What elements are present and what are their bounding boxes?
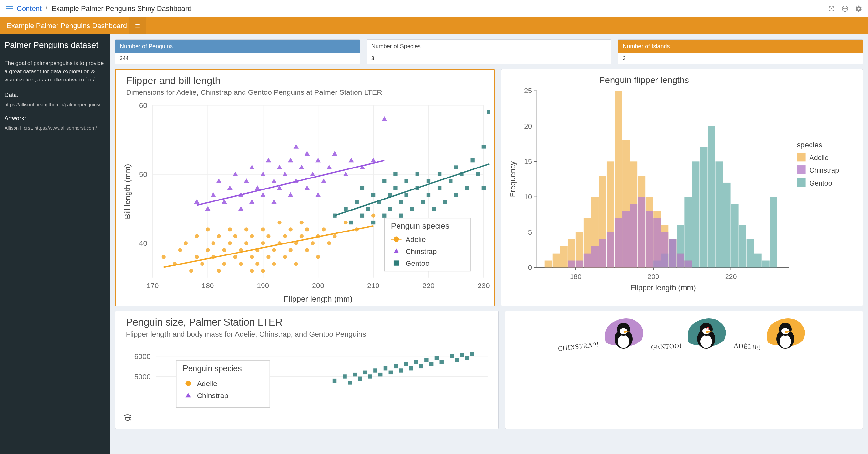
svg-point-40 — [206, 248, 210, 252]
svg-rect-149 — [404, 193, 408, 197]
valuebox-islands-title: Number of Islands — [618, 40, 863, 53]
svg-text:25: 25 — [524, 87, 532, 95]
svg-rect-140 — [382, 179, 386, 183]
topbar-actions — [828, 5, 862, 12]
svg-rect-257 — [797, 165, 806, 174]
svg-text:230: 230 — [477, 282, 490, 290]
more-icon[interactable] — [841, 5, 848, 12]
svg-point-79 — [305, 227, 309, 231]
svg-rect-204 — [553, 254, 560, 268]
svg-text:0: 0 — [528, 264, 532, 272]
breadcrumb: Content / Example Palmer Penguins Shiny … — [17, 4, 191, 13]
svg-marker-105 — [266, 158, 271, 162]
svg-text:Chinstrap: Chinstrap — [406, 247, 437, 255]
svg-point-306 — [625, 328, 626, 329]
svg-marker-123 — [332, 151, 337, 155]
fullscreen-icon[interactable] — [828, 5, 835, 12]
svg-rect-236 — [762, 261, 770, 268]
svg-rect-157 — [438, 172, 441, 176]
svg-point-32 — [162, 255, 166, 259]
breadcrumb-link[interactable]: Content — [17, 4, 42, 13]
svg-rect-290 — [455, 358, 459, 362]
penguin-illustration — [682, 313, 731, 348]
svg-point-60 — [255, 262, 259, 266]
svg-rect-161 — [454, 165, 458, 169]
svg-point-316 — [779, 335, 791, 348]
svg-rect-268 — [333, 379, 337, 382]
svg-rect-131 — [344, 207, 347, 210]
svg-rect-133 — [355, 200, 359, 204]
svg-text:220: 220 — [423, 282, 435, 290]
svg-rect-255 — [797, 153, 806, 161]
svg-point-296 — [185, 380, 191, 386]
sidebar-toggle-button[interactable] — [129, 18, 146, 34]
svg-rect-245 — [622, 211, 630, 267]
svg-rect-234 — [747, 239, 754, 267]
sidebar-data-label: Data: — [4, 92, 105, 98]
artwork-label: GENTOO! — [651, 342, 682, 351]
svg-rect-144 — [393, 186, 397, 190]
sidebar-artwork-credit: Allison Horst, https://www.allisonhorst.… — [4, 125, 105, 131]
svg-rect-250 — [661, 232, 669, 267]
svg-point-72 — [289, 227, 292, 231]
svg-point-51 — [234, 234, 237, 238]
svg-text:10: 10 — [524, 193, 532, 201]
artwork-box: CHINSTRAP!GENTOO!ADÉLIE! — [505, 311, 863, 429]
svg-rect-132 — [349, 221, 353, 224]
svg-rect-289 — [450, 354, 454, 358]
sidebar-artwork-url[interactable]: https://www.allisonhorst.com/ — [35, 125, 97, 131]
svg-rect-242 — [599, 239, 607, 267]
svg-marker-127 — [371, 158, 376, 162]
svg-text:20: 20 — [524, 122, 532, 130]
appbar-title: Example Palmer Penguins Dashboard — [0, 22, 129, 30]
svg-text:Adelie: Adelie — [406, 235, 426, 244]
svg-marker-120 — [315, 192, 321, 197]
sidebar-artwork-label: Artwork: — [4, 115, 105, 122]
svg-rect-233 — [739, 225, 746, 267]
gear-icon[interactable] — [855, 5, 862, 12]
svg-point-66 — [272, 248, 276, 252]
svg-marker-99 — [244, 178, 249, 183]
svg-rect-288 — [440, 360, 444, 364]
svg-marker-91 — [205, 206, 210, 210]
svg-point-84 — [327, 241, 331, 245]
svg-rect-232 — [731, 204, 739, 268]
svg-rect-287 — [435, 356, 438, 360]
svg-text:Adelie: Adelie — [810, 154, 829, 162]
svg-rect-164 — [465, 186, 469, 190]
svg-marker-118 — [310, 172, 315, 176]
svg-rect-228 — [700, 147, 708, 268]
artwork-label: CHINSTRAP! — [558, 341, 600, 352]
menu-icon[interactable] — [6, 6, 13, 11]
svg-marker-108 — [277, 165, 282, 169]
svg-text:180: 180 — [202, 282, 214, 290]
svg-point-308 — [701, 335, 712, 348]
svg-rect-159 — [443, 200, 447, 204]
svg-rect-227 — [692, 161, 700, 267]
svg-marker-114 — [293, 144, 299, 148]
svg-rect-203 — [545, 261, 552, 268]
svg-rect-284 — [419, 364, 423, 368]
svg-text:Penguin flipper lengths: Penguin flipper lengths — [599, 75, 689, 85]
svg-rect-143 — [388, 207, 392, 210]
svg-marker-119 — [315, 158, 321, 162]
svg-rect-162 — [454, 193, 458, 197]
svg-rect-147 — [399, 214, 403, 218]
svg-marker-103 — [260, 172, 266, 176]
svg-rect-269 — [343, 374, 346, 378]
svg-text:180: 180 — [570, 273, 582, 281]
svg-rect-154 — [427, 179, 430, 183]
sidebar-data-url[interactable]: https://allisonhorst.github.io/palmerpen… — [4, 102, 105, 107]
valuebox-penguins-title: Number of Penguins — [115, 40, 360, 53]
svg-rect-247 — [638, 197, 645, 268]
svg-point-44 — [217, 269, 221, 273]
svg-text:Flipper length (mm): Flipper length (mm) — [630, 284, 696, 292]
svg-point-36 — [189, 269, 193, 273]
svg-rect-229 — [708, 126, 715, 267]
svg-point-35 — [184, 241, 188, 245]
breadcrumb-title: Example Palmer Penguins Shiny Dashboard — [51, 4, 191, 13]
svg-marker-106 — [271, 178, 276, 183]
svg-point-67 — [272, 262, 276, 266]
svg-marker-107 — [271, 199, 276, 204]
svg-point-73 — [289, 248, 292, 252]
